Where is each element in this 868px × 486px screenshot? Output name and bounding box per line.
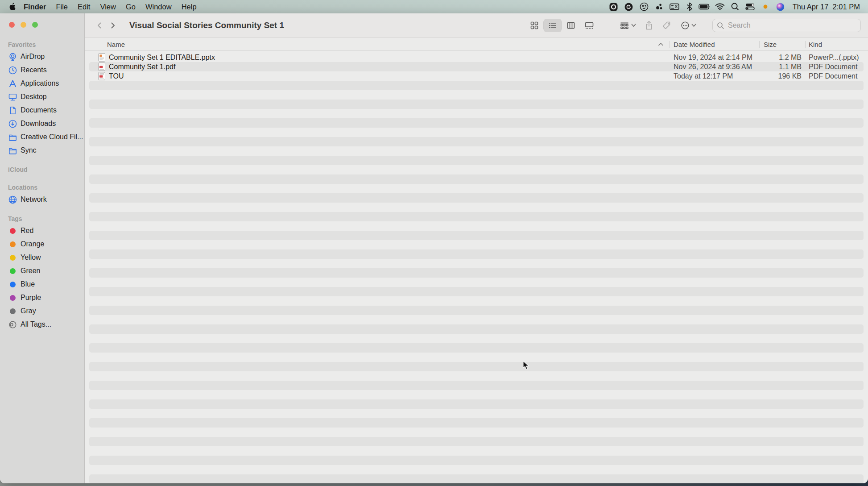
all-tags-icon xyxy=(8,320,17,329)
sidebar-section-title: Favorites xyxy=(0,38,84,50)
column-header-date-modified[interactable]: Date Modified xyxy=(669,38,759,50)
sidebar-item-label: Purple xyxy=(21,294,41,302)
sidebar: Favorites AirDrop Recents Applications D… xyxy=(0,13,85,483)
search-input[interactable] xyxy=(727,21,856,30)
window-title: Visual Social Stories Community Set 1 xyxy=(129,21,284,30)
more-button[interactable] xyxy=(676,19,701,32)
sidebar-item-purple[interactable]: Purple xyxy=(0,291,84,304)
sidebar-item-gray[interactable]: Gray xyxy=(0,304,84,318)
empty-row xyxy=(89,399,864,409)
empty-row xyxy=(89,137,864,146)
sidebar-section-title: Locations xyxy=(0,181,84,193)
documents-icon xyxy=(8,106,17,115)
tag-button[interactable] xyxy=(658,19,676,32)
minimize-button[interactable] xyxy=(21,22,26,28)
menu-view[interactable]: View xyxy=(95,3,120,11)
battery-icon[interactable] xyxy=(697,0,712,13)
sidebar-item-yellow[interactable]: Yellow xyxy=(0,251,84,264)
file-name: Community Set 1.pdf xyxy=(109,63,175,71)
sidebar-item-documents[interactable]: Documents xyxy=(0,104,84,117)
menu-go[interactable]: Go xyxy=(121,3,141,11)
sidebar-section: Tags Red Orange Yellow Green Blue xyxy=(0,212,84,331)
zoom-button[interactable] xyxy=(32,22,38,28)
control-center-icon[interactable] xyxy=(743,0,758,13)
file-list: Community Set 1 EDITABLE.pptx Nov 19, 20… xyxy=(85,51,868,483)
sidebar-section: Locations Network xyxy=(0,181,84,206)
sidebar-item-red[interactable]: Red xyxy=(0,224,84,237)
menu-edit[interactable]: Edit xyxy=(73,3,95,11)
tag-color-dot xyxy=(8,293,17,303)
apple-menu[interactable] xyxy=(5,2,19,11)
desktop: FinderFileEditViewGoWindowHelp Thu Apr 1… xyxy=(0,0,868,486)
menu-bar-clock[interactable]: Thu Apr 17 2:01 PM xyxy=(788,3,863,11)
sidebar-item-sync[interactable]: Sync xyxy=(0,144,84,157)
sidebar-item-label: Documents xyxy=(21,106,57,114)
empty-row xyxy=(89,437,864,446)
record-stop-icon[interactable] xyxy=(606,0,621,13)
wifi-icon[interactable] xyxy=(712,0,727,13)
menu-file[interactable]: File xyxy=(51,3,73,11)
menu-help[interactable]: Help xyxy=(177,3,202,11)
empty-row xyxy=(89,212,864,221)
input-source-icon[interactable] xyxy=(667,0,682,13)
gallery-view-button[interactable] xyxy=(580,19,598,32)
empty-row xyxy=(89,100,864,109)
file-name-cell: Community Set 1 EDITABLE.pptx xyxy=(89,53,669,62)
sidebar-item-label: AirDrop xyxy=(21,53,45,61)
sidebar-section-title: iCloud xyxy=(0,163,84,175)
back-button[interactable] xyxy=(93,18,106,33)
network-icon xyxy=(8,195,17,204)
close-button[interactable] xyxy=(9,22,15,28)
sidebar-item-green[interactable]: Green xyxy=(0,264,84,278)
column-header-name[interactable]: Name xyxy=(89,38,669,50)
dots-app-icon[interactable] xyxy=(652,0,667,13)
column-view-button[interactable] xyxy=(562,19,580,32)
forward-button[interactable] xyxy=(106,18,120,33)
empty-row xyxy=(89,474,864,483)
sidebar-item-downloads[interactable]: Downloads xyxy=(0,117,84,130)
search-icon xyxy=(717,22,724,29)
share-button[interactable] xyxy=(640,19,658,32)
recording-indicator-dot[interactable] xyxy=(758,0,773,13)
file-row[interactable]: TOU Today at 12:17 PM 196 KB PDF Documen… xyxy=(89,71,864,81)
search-field[interactable] xyxy=(712,19,861,32)
group-button[interactable] xyxy=(615,19,640,32)
empty-row xyxy=(89,156,864,165)
list-view-button[interactable] xyxy=(544,19,562,32)
sidebar-item-blue[interactable]: Blue xyxy=(0,278,84,291)
file-row[interactable]: Community Set 1.pdf Nov 26, 2024 at 9:36… xyxy=(89,62,864,71)
menu-window[interactable]: Window xyxy=(141,3,177,11)
sidebar-item-applications[interactable]: Applications xyxy=(0,77,84,90)
sidebar-item-network[interactable]: Network xyxy=(0,193,84,206)
sidebar-item-label: Yellow xyxy=(21,253,41,262)
spotlight-icon[interactable] xyxy=(727,0,743,13)
sidebar-item-label: Network xyxy=(21,195,47,204)
menu-finder[interactable]: Finder xyxy=(19,3,51,11)
sidebar-item-all-tags[interactable]: All Tags... xyxy=(0,318,84,331)
sidebar-item-label: Desktop xyxy=(21,93,47,101)
desktop-icon xyxy=(8,92,17,102)
column-header-size[interactable]: Size xyxy=(759,38,805,50)
sidebar-item-recents[interactable]: Recents xyxy=(0,63,84,77)
empty-row xyxy=(89,306,864,315)
file-size: 1.2 MB xyxy=(759,54,805,62)
icon-view-button[interactable] xyxy=(525,19,543,32)
siri-icon[interactable] xyxy=(773,0,788,13)
file-row[interactable]: Community Set 1 EDITABLE.pptx Nov 19, 20… xyxy=(89,53,864,62)
bluetooth-icon[interactable] xyxy=(682,0,697,13)
sidebar-item-desktop[interactable]: Desktop xyxy=(0,90,84,104)
sidebar-item-creative-cloud-fil[interactable]: Creative Cloud Fil... xyxy=(0,130,84,144)
sidebar-item-airdrop[interactable]: AirDrop xyxy=(0,50,84,63)
pptx-file-icon xyxy=(98,53,106,62)
shapes-app-icon[interactable] xyxy=(637,0,652,13)
empty-row xyxy=(89,165,864,174)
file-name: TOU xyxy=(109,72,124,80)
sidebar-item-orange[interactable]: Orange xyxy=(0,237,84,251)
file-kind: PDF Document xyxy=(805,72,864,80)
file-size: 196 KB xyxy=(759,72,805,80)
sidebar-item-label: Orange xyxy=(21,240,44,248)
empty-row xyxy=(89,240,864,249)
grammarly-icon[interactable] xyxy=(621,0,637,13)
column-header-kind[interactable]: Kind xyxy=(805,38,864,50)
column-header-label: Name xyxy=(107,41,125,48)
